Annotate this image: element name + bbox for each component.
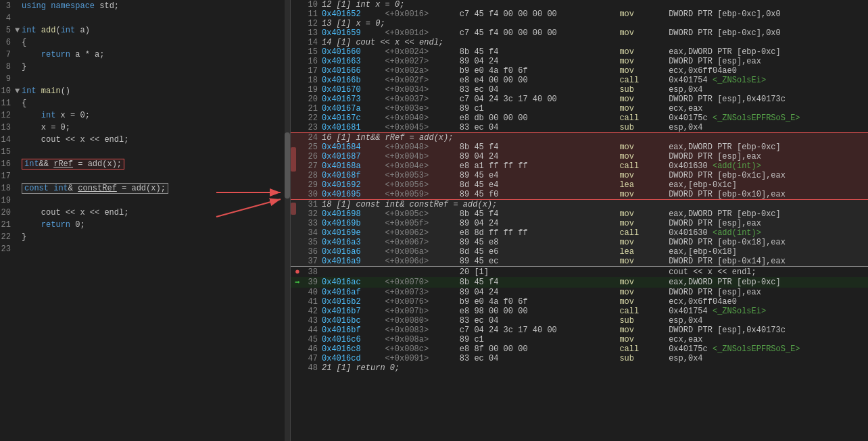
disasm-mnem-33: sub (619, 316, 669, 326)
disasm-bytes-3: c7 45 f4 00 00 00 00 (460, 28, 620, 38)
disasm-row-28: ●38 20 [1]cout << x << endl; (291, 267, 868, 278)
disasm-addr-34: 0x4016bf (322, 326, 385, 335)
source-line-11: 11 { (0, 97, 290, 109)
disasm-marker-27 (291, 257, 303, 267)
disasm-offset-24: <+0x0062> (385, 228, 459, 238)
disasm-row-32: 420x4016b7<+0x007b>e8 98 00 00 00call0x4… (291, 307, 868, 316)
disasm-marker-5 (291, 47, 303, 57)
source-line-20: 20 cout << x << endl; (0, 207, 290, 219)
disasm-lnum-22: 32 (303, 209, 322, 219)
disasm-ops-6: DWORD PTR [esp],eax (669, 57, 868, 66)
source-line-17: 17 (0, 170, 290, 182)
disasm-bytes-23: 89 04 24 (460, 219, 620, 228)
disasm-offset-13: <+0x0045> (385, 123, 459, 133)
source-line-6: 6 { (0, 36, 290, 49)
disasm-bytes-8: e8 e4 00 00 00 (460, 76, 620, 85)
disasm-bytes-19: 8d 45 e4 (460, 180, 620, 190)
disasm-lnum-28: 38 (303, 267, 322, 278)
disasm-mnem-26: lea (619, 247, 669, 257)
disasm-mnem-35: mov (619, 335, 669, 344)
disasm-addr-24: 0x40169e (322, 228, 385, 238)
disasm-marker-26 (291, 247, 303, 257)
disasm-offset-33: <+0x0080> (385, 316, 459, 326)
disasm-mnem-13: sub (619, 123, 669, 133)
breakpoint-dot: ● (295, 267, 300, 277)
disasm-ops-36: 0x40175c <_ZNSolsEPFRSoS_E> (669, 344, 868, 354)
disasm-addr-22: 0x401698 (322, 209, 385, 219)
disasm-mnem-1: mov (619, 9, 669, 19)
disasm-bytes-7: b9 e0 4a f0 6f (460, 66, 620, 76)
disasm-lnum-27: 37 (303, 257, 322, 267)
disasm-bytes-30: 89 04 24 (460, 288, 620, 297)
disasm-addr-10: 0x401673 (322, 95, 385, 104)
highlight-rref: int&& rRef = add(x); (22, 159, 124, 170)
disasm-addr-8: 0x40166b (322, 76, 385, 85)
left-scrollbar[interactable] (285, 0, 290, 441)
disasm-mnem-36: call (619, 344, 669, 354)
disasm-marker-37 (291, 354, 303, 363)
disasm-bytes-16: 89 04 24 (460, 152, 620, 161)
disasm-bytes-32: e8 98 00 00 00 (460, 307, 620, 316)
disasm-ops-17: 0x401630 <add(int)> (669, 161, 868, 171)
source-panel: 3 using namespace std; 4 5 ▼ int add(int… (0, 0, 291, 441)
disasm-bytes-29: 8b 45 f4 (460, 277, 620, 288)
disasm-ops-23: DWORD PTR [esp],eax (669, 219, 868, 228)
disasm-bytes-9: 83 ec 04 (460, 85, 620, 95)
disasm-row-8: 180x40166b<+0x002f>e8 e4 00 00 00call0x4… (291, 76, 868, 85)
line-num-18: 18 (0, 182, 15, 194)
disasm-marker-2 (291, 19, 303, 28)
disasm-mnem-22: mov (619, 209, 669, 219)
line-num-7: 7 (0, 49, 15, 61)
disasm-lnum-21: 31 (303, 200, 322, 210)
source-line-5: 5 ▼ int add(int a) (0, 24, 290, 36)
disasm-lnum-12: 22 (303, 113, 322, 123)
disasm-src-comment-38: 21 [1] return 0; (322, 363, 868, 373)
disasm-ops-20: DWORD PTR [ebp-0x10],eax (669, 190, 868, 200)
disasm-addr-33: 0x4016bc (322, 316, 385, 326)
fold-10[interactable]: ▼ (15, 86, 22, 96)
line-num-4: 4 (0, 12, 15, 24)
line-num-23: 23 (0, 243, 15, 255)
disasm-src-comment-4: 14 [1] cout << x << endl; (322, 38, 868, 47)
disasm-row-15: 250x401684<+0x0048>8b 45 f4moveax,DWORD … (291, 142, 868, 152)
disasm-mnem-31: mov (619, 297, 669, 307)
disasm-ops-29: eax,DWORD PTR [ebp-0xc] (669, 277, 868, 288)
disasm-marker-28: ● (291, 267, 303, 278)
disasm-lnum-2: 12 (303, 19, 322, 28)
disasm-offset-8: <+0x002f> (385, 76, 459, 85)
disasm-marker-11 (291, 104, 303, 113)
source-line-16: 16 int&& rRef = add(x); (0, 158, 290, 170)
disasm-ops-30: DWORD PTR [esp],eax (669, 288, 868, 297)
disasm-row-18: 280x40168f<+0x0053>89 45 e4movDWORD PTR … (291, 171, 868, 180)
left-scroll-thumb[interactable] (285, 132, 290, 199)
fold-5[interactable]: ▼ (15, 26, 22, 35)
disasm-lnum-25: 35 (303, 238, 322, 247)
disasm-addr-29: 0x4016ac (322, 277, 385, 288)
disasm-marker-13 (291, 123, 303, 133)
disasm-row-11: 210x40167a<+0x003e>89 c1movecx,eax (291, 104, 868, 113)
disasm-marker-19 (291, 180, 303, 190)
disasm-mnem-6: mov (619, 57, 669, 66)
disasm-mnem-3: mov (619, 28, 669, 38)
disasm-addr-37: 0x4016cd (322, 354, 385, 363)
disasm-offset-31: <+0x0076> (385, 297, 459, 307)
disasm-lnum-15: 25 (303, 142, 322, 152)
line-num-11: 11 (0, 97, 15, 109)
disasm-bytes-17: e8 a1 ff ff ff (460, 161, 620, 171)
disasm-ops-13: esp,0x4 (669, 123, 868, 133)
disasm-row-31: 410x4016b2<+0x0076>b9 e0 4a f0 6fmovecx,… (291, 297, 868, 307)
disasm-offset-27: <+0x006d> (385, 257, 459, 267)
disasm-addr-31: 0x4016b2 (322, 297, 385, 307)
disasm-row-12: 220x40167c<+0x0040>e8 db 00 00 00call0x4… (291, 113, 868, 123)
disasm-addr-12: 0x40167c (322, 113, 385, 123)
line-num-17: 17 (0, 170, 15, 182)
disasm-offset-1: <+0x0016> (385, 9, 459, 19)
disasm-mnem-7: mov (619, 66, 669, 76)
disasm-row-3: 130x401659<+0x001d>c7 45 f4 00 00 00 00m… (291, 28, 868, 38)
disasm-lnum-32: 42 (303, 307, 322, 316)
disasm-lnum-18: 28 (303, 171, 322, 180)
disasm-addr-36: 0x4016c8 (322, 344, 385, 354)
disasm-offset-35: <+0x008a> (385, 335, 459, 344)
disasm-mnem-20: mov (619, 190, 669, 200)
current-line-arrow: ➡ (295, 278, 300, 288)
